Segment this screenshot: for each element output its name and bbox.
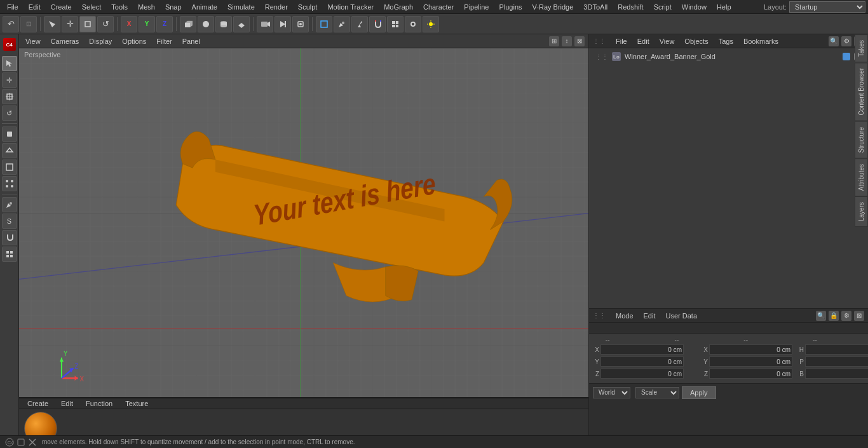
coord-y2-input[interactable] — [709, 356, 792, 367]
mat-menu-edit[interactable]: Edit — [57, 398, 78, 409]
scale-dropdown[interactable]: Scale Absolute — [635, 387, 679, 398]
rotate-tool-button[interactable]: ↺ — [97, 16, 114, 32]
mat-menu-create[interactable]: Create — [23, 398, 53, 409]
coord-b-input[interactable] — [805, 369, 868, 379]
attr-edit-menu[interactable]: Edit — [641, 311, 658, 321]
attr-settings-icon[interactable]: ⚙ — [841, 311, 851, 321]
plane-tool-button[interactable] — [233, 16, 250, 32]
menu-3dtoall[interactable]: 3DToAll — [579, 2, 612, 12]
keyframe-button[interactable] — [292, 16, 309, 32]
light-button[interactable] — [423, 16, 439, 32]
move-mode-button[interactable]: ✛ — [2, 72, 17, 88]
vp-menu-panel[interactable]: Panel — [180, 36, 203, 46]
status-icon-2[interactable] — [17, 438, 25, 447]
menu-window[interactable]: Window — [677, 2, 711, 12]
attr-mode-menu[interactable]: Mode — [613, 311, 636, 321]
tab-takes[interactable]: Takes — [855, 34, 868, 62]
knife-sidebar-button[interactable]: S — [2, 214, 17, 229]
rotate-mode-button[interactable]: ↺ — [2, 105, 17, 121]
menu-motion-tracker[interactable]: Motion Tracker — [323, 2, 378, 12]
layout-dropdown[interactable]: Startup Standard — [789, 1, 865, 13]
front-view-button[interactable] — [316, 16, 332, 32]
coord-y-input[interactable] — [600, 356, 684, 367]
coord-x2-input[interactable] — [709, 344, 792, 355]
knife-tool-button[interactable] — [351, 16, 368, 32]
model-mode-button[interactable] — [44, 16, 60, 32]
x-axis-button[interactable]: X — [121, 16, 137, 32]
undo-button[interactable]: ↶ — [3, 16, 19, 32]
attr-search-icon[interactable]: 🔍 — [816, 311, 826, 321]
coord-z2-input[interactable] — [709, 369, 792, 379]
y-axis-button[interactable]: Y — [139, 16, 155, 32]
menu-vray[interactable]: V-Ray Bridge — [528, 2, 578, 12]
polygon-mode-button[interactable] — [2, 143, 17, 158]
status-icon-1[interactable]: C4 — [5, 438, 14, 447]
objects-tags-menu[interactable]: Tags — [716, 36, 736, 46]
menu-mesh[interactable]: Mesh — [133, 2, 159, 12]
menu-help[interactable]: Help — [712, 2, 736, 12]
menu-character[interactable]: Character — [419, 2, 458, 12]
cylinder-tool-button[interactable] — [215, 16, 232, 32]
viewport-icon-grid[interactable]: ↕ — [562, 36, 572, 46]
menu-file[interactable]: File — [3, 2, 23, 12]
object-item-winner-banner[interactable]: ⋮⋮ Lo Winner_Award_Banner_Gold ⋯ — [592, 51, 865, 62]
menu-redshift[interactable]: Redshift — [613, 2, 648, 12]
mat-menu-function[interactable]: Function — [81, 398, 117, 409]
cube-tool-button[interactable] — [180, 16, 196, 32]
viewport[interactable]: View Cameras Display Options Filter Pane… — [19, 34, 588, 397]
pen-tool-button[interactable] — [334, 16, 350, 32]
menu-create[interactable]: Create — [46, 2, 76, 12]
edge-mode-button[interactable] — [2, 160, 17, 175]
selection-mode-button[interactable] — [2, 56, 17, 71]
magnet-tool-button[interactable] — [369, 16, 386, 32]
vp-menu-filter[interactable]: Filter — [154, 36, 174, 46]
menu-snap[interactable]: Snap — [161, 2, 186, 12]
z-axis-button[interactable]: Z — [156, 16, 173, 32]
coord-z-input[interactable] — [600, 369, 684, 379]
tab-content-browser[interactable]: Content Browser — [855, 62, 868, 121]
objects-edit-menu[interactable]: Edit — [635, 36, 652, 46]
status-icon-3[interactable] — [28, 438, 37, 447]
object-mode-button[interactable] — [2, 126, 17, 142]
viewport-icon-lock[interactable]: ⊞ — [549, 36, 559, 46]
menu-simulate[interactable]: Simulate — [223, 2, 259, 12]
vp-menu-cameras[interactable]: Cameras — [48, 36, 82, 46]
play-forward-button[interactable] — [275, 16, 291, 32]
apply-button[interactable]: Apply — [682, 386, 716, 399]
point-mode-button[interactable] — [2, 176, 17, 191]
objects-settings-icon[interactable]: ⚙ — [841, 36, 851, 46]
coord-p-input[interactable] — [805, 356, 868, 367]
pen-sidebar-button[interactable] — [2, 197, 17, 212]
sphere-tool-button[interactable] — [198, 16, 214, 32]
menu-mograph[interactable]: MoGraph — [379, 2, 417, 12]
magnet-sidebar-button[interactable] — [2, 230, 17, 245]
menu-pipeline[interactable]: Pipeline — [459, 2, 493, 12]
objects-search-icon[interactable]: 🔍 — [829, 36, 839, 46]
objects-view-menu[interactable]: View — [657, 36, 677, 46]
menu-script[interactable]: Script — [649, 2, 676, 12]
menu-tools[interactable]: Tools — [107, 2, 132, 12]
menu-sculpt[interactable]: Sculpt — [294, 2, 322, 12]
coord-x-input[interactable] — [600, 344, 684, 355]
objects-objects-menu[interactable]: Objects — [682, 36, 710, 46]
tab-attributes[interactable]: Attributes — [855, 158, 868, 196]
tab-structure[interactable]: Structure — [855, 121, 868, 159]
menu-select[interactable]: Select — [78, 2, 106, 12]
tab-layers[interactable]: Layers — [855, 196, 868, 227]
grid-view-button[interactable] — [387, 16, 403, 32]
scale-mode-button[interactable] — [2, 89, 17, 104]
grid-sidebar-button[interactable] — [2, 247, 17, 262]
camera-button[interactable] — [257, 16, 273, 32]
attr-lock-icon[interactable]: 🔒 — [829, 311, 839, 321]
redo-button[interactable]: ⊡ — [20, 16, 37, 32]
menu-plugins[interactable]: Plugins — [494, 2, 526, 12]
object-tool-button[interactable] — [79, 16, 96, 32]
vp-menu-display[interactable]: Display — [86, 36, 114, 46]
record-button[interactable] — [405, 16, 421, 32]
move-tool-button[interactable]: ✛ — [62, 16, 78, 32]
vp-menu-options[interactable]: Options — [119, 36, 149, 46]
menu-animate[interactable]: Animate — [187, 2, 222, 12]
menu-edit[interactable]: Edit — [24, 2, 45, 12]
menu-render[interactable]: Render — [261, 2, 292, 12]
viewport-icon-expand[interactable]: ⊠ — [574, 36, 585, 46]
